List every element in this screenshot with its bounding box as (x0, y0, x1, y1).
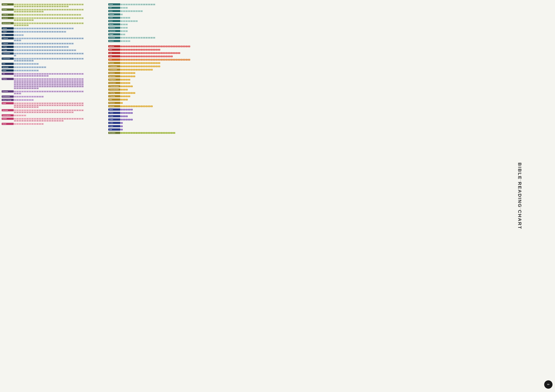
chapter-box[interactable]: 3 (19, 96, 21, 98)
chapter-box[interactable]: 6 (133, 37, 135, 39)
chapter-box[interactable]: 5 (24, 53, 26, 54)
chapter-box[interactable]: 34 (26, 112, 29, 113)
chapter-box[interactable]: 23 (69, 109, 71, 111)
chapter-box[interactable]: 4 (128, 79, 130, 80)
chapter-box[interactable]: 14 (46, 4, 49, 5)
chapter-box[interactable]: 16 (51, 78, 54, 80)
chapter-box[interactable]: 1 (120, 95, 123, 97)
chapter-box[interactable]: 142 (16, 87, 19, 89)
chapter-box[interactable]: 24 (71, 28, 74, 29)
chapter-box[interactable]: 28 (188, 46, 190, 47)
chapter-box[interactable]: 1 (14, 73, 16, 75)
chapter-box[interactable]: 31 (19, 11, 21, 13)
chapter-box[interactable]: 27 (185, 59, 188, 61)
chapter-box[interactable]: 7 (29, 91, 31, 92)
chapter-box[interactable]: 2 (123, 49, 125, 50)
chapter-box[interactable]: 12 (41, 96, 44, 98)
chapter-box[interactable]: 9 (34, 118, 36, 120)
chapter-box[interactable]: 25 (74, 118, 76, 120)
chapter-box[interactable]: 31 (19, 120, 21, 122)
chapter-box[interactable]: 4 (21, 96, 24, 98)
chapter-box[interactable]: 10 (143, 65, 145, 67)
chapter-box[interactable]: 14 (46, 102, 49, 104)
chapter-box[interactable]: 38 (36, 75, 39, 77)
chapter-box[interactable]: 5 (131, 65, 133, 67)
chapter-box[interactable]: 3 (19, 50, 21, 51)
chapter-box[interactable]: 6 (133, 59, 135, 61)
chapter-box[interactable]: 112 (81, 84, 84, 86)
chapter-box[interactable]: 4 (21, 91, 24, 92)
chapter-box[interactable]: 42 (46, 120, 49, 122)
chapter-box[interactable]: 4 (128, 65, 130, 67)
chapter-box[interactable]: 65 (34, 106, 36, 108)
chapter-box[interactable]: 16 (51, 9, 54, 10)
chapter-box[interactable]: 11 (146, 46, 148, 47)
chapter-box[interactable]: 9 (34, 58, 36, 60)
chapter-box[interactable]: 18 (56, 17, 59, 19)
chapter-box[interactable]: 3 (19, 66, 21, 68)
chapter-box[interactable]: 20 (61, 22, 64, 24)
chapter-box[interactable]: 56 (81, 105, 84, 106)
chapter-box[interactable]: 13 (44, 102, 46, 104)
chapter-box[interactable]: 16 (51, 31, 54, 33)
chapter-box[interactable]: 10 (143, 59, 145, 61)
chapter-box[interactable]: 148 (31, 87, 34, 89)
chapter-box[interactable]: 36 (31, 120, 34, 122)
chapter-box[interactable]: 105 (64, 84, 66, 86)
chapter-box[interactable]: 2 (123, 7, 125, 9)
chapter-box[interactable]: 2 (16, 28, 19, 29)
chapter-box[interactable]: 1 (14, 9, 16, 10)
chapter-box[interactable]: 13 (44, 22, 46, 24)
chapter-box[interactable]: 28 (81, 102, 84, 104)
chapter-box[interactable]: 4 (128, 20, 130, 22)
chapter-box[interactable]: 23 (69, 14, 71, 16)
chapter-box[interactable]: 60 (21, 106, 24, 108)
chapter-box[interactable]: 16 (51, 38, 54, 39)
chapter-box[interactable]: 45 (54, 80, 56, 82)
chapter-box[interactable]: 11 (146, 69, 148, 71)
chapter-box[interactable]: 16 (51, 58, 54, 60)
chapter-box[interactable]: 10 (36, 109, 39, 111)
chapter-box[interactable]: 17 (54, 22, 56, 24)
chapter-box[interactable]: 9 (34, 17, 36, 19)
chapter-box[interactable]: 15 (49, 73, 51, 75)
chapter-box[interactable]: 27 (79, 73, 81, 75)
chapter-box[interactable]: 4 (21, 70, 24, 71)
chapter-box[interactable]: 17 (54, 43, 56, 44)
chapter-box[interactable]: 53 (74, 80, 76, 82)
chapter-box[interactable]: 21 (64, 50, 66, 51)
chapter-box[interactable]: 1 (120, 115, 123, 117)
chapter-box[interactable]: 12 (41, 9, 44, 10)
chapter-box[interactable]: 4 (21, 66, 24, 68)
chapter-box[interactable]: 18 (56, 9, 59, 10)
chapter-box[interactable]: 20 (61, 4, 64, 5)
chapter-box[interactable]: 93 (34, 84, 36, 86)
chapter-box[interactable]: 2 (16, 109, 19, 111)
chapter-box[interactable]: 12 (148, 52, 150, 54)
chapter-box[interactable]: 34 (26, 120, 29, 122)
chapter-box[interactable]: 70 (46, 82, 49, 84)
chapter-box[interactable]: 1 (120, 82, 123, 84)
chapter-box[interactable]: 2 (123, 46, 125, 47)
chapter-box[interactable]: 2 (16, 115, 19, 116)
chapter-box[interactable]: 1 (120, 40, 123, 42)
chapter-box[interactable]: 21 (64, 28, 66, 29)
chapter-box[interactable]: 27 (79, 38, 81, 39)
chapter-box[interactable]: 31 (19, 19, 21, 21)
chapter-box[interactable]: 47 (59, 6, 61, 7)
chapter-box[interactable]: 144 (21, 87, 24, 89)
chapter-box[interactable]: 5 (24, 91, 26, 92)
chapter-box[interactable]: 33 (24, 60, 26, 62)
chapter-box[interactable]: 141 (14, 87, 16, 89)
chapter-box[interactable]: 3 (125, 99, 128, 100)
chapter-box[interactable]: 14 (46, 31, 49, 33)
chapter-box[interactable]: 33 (24, 112, 26, 113)
chapter-box[interactable]: 20 (168, 132, 170, 134)
chapter-box[interactable]: 13 (44, 4, 46, 5)
chapter-box[interactable]: 4 (21, 109, 24, 111)
chapter-box[interactable]: 14 (46, 58, 49, 60)
chapter-box[interactable]: 42 (46, 80, 49, 82)
chapter-box[interactable]: 6 (26, 14, 29, 16)
chapter-box[interactable]: 91 (29, 84, 31, 86)
chapter-box[interactable]: 2 (123, 62, 125, 64)
